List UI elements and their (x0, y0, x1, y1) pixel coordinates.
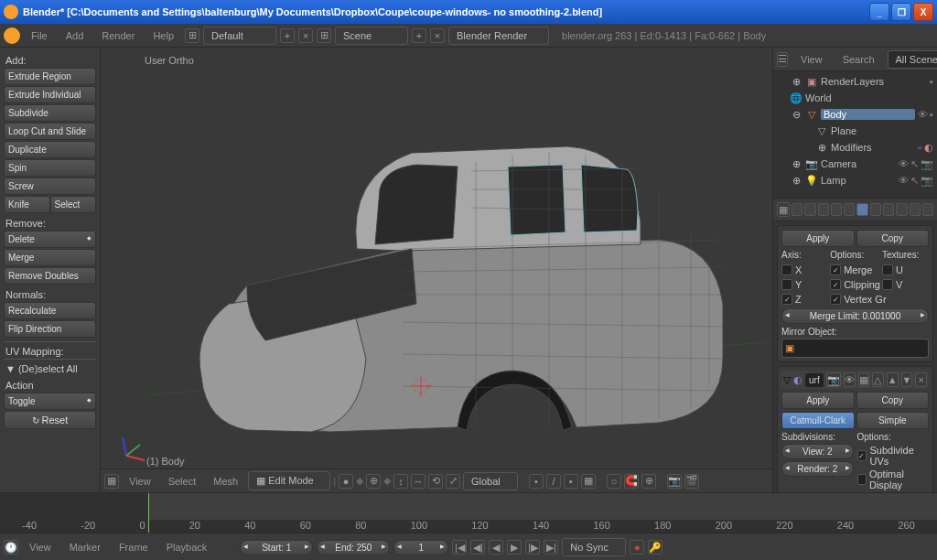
render-icon[interactable]: 📷 (921, 158, 933, 170)
outliner-row-body[interactable]: ⊖ ▽ Body 👁▪ (775, 106, 935, 123)
collapse-icon[interactable]: ▽ (783, 374, 791, 386)
minimize-button[interactable]: _ (869, 3, 889, 21)
extrude-individual-button[interactable]: Extrude Individual (4, 86, 96, 103)
timeline-track[interactable]: -40-200 204060 80100120 140160180 200220… (0, 493, 937, 533)
maximize-button[interactable]: ❐ (891, 3, 911, 21)
subsurf-apply-button[interactable]: Apply (781, 392, 855, 409)
cursor-icon[interactable]: ↖ (910, 158, 919, 170)
timeline-marker-menu[interactable]: Marker (62, 539, 108, 555)
proportional-edit-button[interactable]: ○ (607, 474, 621, 489)
z-checkbox[interactable] (781, 294, 792, 305)
outliner-row-modifiers[interactable]: ⊕ Modifiers ▫◐ (775, 139, 935, 156)
screen-layout-dropdown[interactable]: Default (203, 27, 276, 45)
menu-help[interactable]: Help (145, 27, 181, 44)
flip-direction-button[interactable]: Flip Direction (4, 320, 96, 338)
scene-browse[interactable]: ⊞ (317, 28, 331, 43)
catmull-clark-button[interactable]: Catmull-Clark (781, 412, 855, 429)
menu-file[interactable]: File (24, 27, 55, 44)
delete-scene-button[interactable]: × (430, 28, 445, 43)
mode-dropdown[interactable]: ▦ Edit Mode (248, 471, 330, 490)
tab-scene[interactable] (804, 203, 815, 216)
properties-editor-type[interactable]: ▦ (777, 202, 790, 217)
vertex-gr-checkbox[interactable] (830, 294, 841, 305)
outliner-search-menu[interactable]: Search (835, 51, 882, 68)
menu-add[interactable]: Add (59, 27, 92, 44)
delete-screen-button[interactable]: × (298, 28, 313, 43)
tab-world[interactable] (818, 203, 829, 216)
outliner[interactable]: ⊕ ▣ RenderLayers ▪ 🌐 World ⊖ ▽ Body 👁▪ ▽… (773, 71, 937, 198)
select-menu[interactable]: Select (161, 473, 204, 490)
outliner-row-camera[interactable]: ⊕ 📷 Camera 👁↖📷 (775, 156, 935, 172)
tab-texture[interactable] (896, 203, 907, 216)
optimal-display-checkbox[interactable] (857, 474, 867, 485)
opengl-render-button[interactable]: 📷 (667, 474, 682, 489)
tab-constraints[interactable] (844, 203, 855, 216)
render-subdivisions-spinner[interactable]: Render: 2 (781, 461, 854, 477)
tab-material[interactable] (883, 203, 894, 216)
u-checkbox[interactable] (882, 264, 893, 275)
render-toggle[interactable]: 📷 (826, 372, 841, 387)
x-checkbox[interactable] (781, 264, 792, 275)
modifier-name-field[interactable]: urf (805, 373, 824, 387)
reset-button[interactable]: ↻ Reset (4, 411, 96, 429)
render-icon[interactable]: 📷 (921, 175, 933, 187)
timeline-frame-menu[interactable]: Frame (112, 539, 156, 555)
view-menu[interactable]: View (122, 473, 158, 490)
add-scene-button[interactable]: + (412, 28, 426, 43)
auto-keyframe-button[interactable]: ● (630, 540, 644, 555)
mirror-apply-button[interactable]: Apply (781, 230, 855, 247)
edge-select-mode[interactable]: / (546, 474, 561, 489)
rotate-manipulator[interactable]: ⟲ (428, 474, 443, 489)
knife-button[interactable]: Knife (4, 196, 50, 213)
restrict-icon[interactable]: ▪ (930, 76, 933, 87)
extrude-region-button[interactable]: Extrude Region (4, 68, 96, 85)
cage-toggle[interactable]: △ (872, 372, 884, 387)
start-frame-spinner[interactable]: Start: 1 (240, 540, 313, 555)
3d-viewport[interactable]: User Ortho (101, 48, 772, 492)
sync-dropdown[interactable]: No Sync (562, 538, 626, 556)
viewport-shading-button[interactable]: ● (339, 474, 353, 489)
snap-button[interactable]: 🧲 (624, 474, 639, 489)
move-up-button[interactable]: ▲ (887, 372, 899, 387)
loop-cut-button[interactable]: Loop Cut and Slide (4, 123, 96, 140)
mirror-copy-button[interactable]: Copy (856, 230, 930, 247)
cursor-icon[interactable]: ↖ (910, 175, 919, 187)
eye-icon[interactable]: 👁 (899, 158, 909, 170)
mirror-object-field[interactable]: ▣ (781, 339, 929, 358)
jump-start-button[interactable]: |◀ (452, 540, 467, 555)
outliner-row-world[interactable]: 🌐 World (775, 90, 935, 106)
outliner-row-lamp[interactable]: ⊕ 💡 Lamp 👁↖📷 (775, 172, 935, 188)
viewport-toggle[interactable]: 👁 (844, 372, 856, 387)
delete-dropdown[interactable]: Delete (4, 231, 96, 248)
vertex-select-mode[interactable]: • (529, 474, 544, 489)
tab-data[interactable] (870, 203, 881, 216)
move-down-button[interactable]: ▼ (901, 372, 913, 387)
outliner-row-plane[interactable]: ▽ Plane (775, 123, 935, 139)
jump-end-button[interactable]: ▶| (544, 540, 558, 555)
merge-button[interactable]: Merge (4, 249, 96, 266)
editmode-toggle[interactable]: ▦ (858, 372, 870, 387)
mesh-menu[interactable]: Mesh (206, 473, 245, 490)
subdivide-uvs-checkbox[interactable] (857, 450, 867, 461)
outliner-row-renderlayers[interactable]: ⊕ ▣ RenderLayers ▪ (775, 73, 935, 90)
duplicate-button[interactable]: Duplicate (4, 141, 96, 158)
recalculate-button[interactable]: Recalculate (4, 302, 96, 319)
screw-button[interactable]: Screw (4, 178, 96, 195)
subdivide-button[interactable]: Subdivide (4, 104, 96, 122)
scene-dropdown[interactable]: Scene (335, 27, 408, 45)
manipulator-toggle[interactable]: ↕ (393, 474, 408, 489)
v-checkbox[interactable] (882, 279, 893, 290)
outliner-view-menu[interactable]: View (793, 51, 830, 68)
orientation-dropdown[interactable]: Global (463, 472, 518, 490)
close-button[interactable]: X (913, 3, 933, 21)
tab-object[interactable] (831, 203, 842, 216)
simple-button[interactable]: Simple (856, 412, 930, 429)
blender-logo-icon[interactable] (4, 27, 20, 44)
eye-icon[interactable]: 👁 (899, 175, 909, 187)
play-button[interactable]: ▶ (507, 540, 522, 555)
y-checkbox[interactable] (781, 279, 792, 290)
subsurf-copy-button[interactable]: Copy (856, 392, 930, 409)
tab-modifiers[interactable] (856, 203, 867, 216)
limit-selection-button[interactable]: ▦ (581, 474, 596, 489)
outliner-editor-type[interactable]: ☰ (777, 52, 788, 67)
